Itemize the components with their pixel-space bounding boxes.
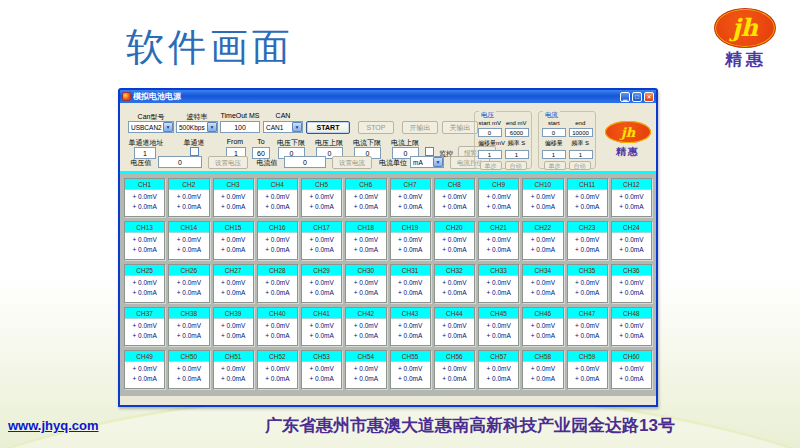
can-channel-select[interactable]: CAN1 ▼	[263, 121, 303, 133]
window-titlebar[interactable]: 模拟电池电源 ▁ □ ✕	[120, 90, 656, 103]
channel-cell[interactable]: CH33+ 0.0mV+ 0.0mA	[478, 264, 519, 303]
channel-cell[interactable]: CH23+ 0.0mV+ 0.0mA	[567, 221, 608, 260]
channel-cell[interactable]: CH50+ 0.0mV+ 0.0mA	[168, 350, 209, 389]
current-auto-button[interactable]: 自动	[569, 161, 591, 170]
dropdown-icon[interactable]: ▼	[163, 122, 173, 132]
channel-cell[interactable]: CH59+ 0.0mV+ 0.0mA	[567, 350, 608, 389]
channel-cell[interactable]: CH6+ 0.0mV+ 0.0mA	[345, 178, 386, 217]
close-output-button[interactable]: 关输出	[442, 121, 478, 134]
channel-cell[interactable]: CH56+ 0.0mV+ 0.0mA	[434, 350, 475, 389]
channel-cell[interactable]: CH26+ 0.0mV+ 0.0mA	[168, 264, 209, 303]
channel-cell[interactable]: CH57+ 0.0mV+ 0.0mA	[478, 350, 519, 389]
current-start-input[interactable]	[542, 128, 566, 137]
current-group-title: 电流	[543, 111, 560, 120]
channel-cell[interactable]: CH15+ 0.0mV+ 0.0mA	[213, 221, 254, 260]
channel-cell[interactable]: CH54+ 0.0mV+ 0.0mA	[345, 350, 386, 389]
current-freq-input[interactable]	[569, 150, 593, 159]
channel-cell[interactable]: CH5+ 0.0mV+ 0.0mA	[301, 178, 342, 217]
channel-cell[interactable]: CH42+ 0.0mV+ 0.0mA	[345, 307, 386, 346]
channel-cell[interactable]: CH20+ 0.0mV+ 0.0mA	[434, 221, 475, 260]
channel-cell[interactable]: CH24+ 0.0mV+ 0.0mA	[611, 221, 652, 260]
channel-cell[interactable]: CH44+ 0.0mV+ 0.0mA	[434, 307, 475, 346]
channel-cell[interactable]: CH7+ 0.0mV+ 0.0mA	[390, 178, 431, 217]
channel-cell[interactable]: CH14+ 0.0mV+ 0.0mA	[168, 221, 209, 260]
channel-values: + 0.0mV+ 0.0mA	[523, 190, 562, 212]
channel-cell[interactable]: CH29+ 0.0mV+ 0.0mA	[301, 264, 342, 303]
current-end-input[interactable]	[569, 128, 593, 137]
voltage-value-input[interactable]	[158, 156, 202, 168]
channel-cell[interactable]: CH48+ 0.0mV+ 0.0mA	[611, 307, 652, 346]
channel-voltage: + 0.0mV	[612, 321, 651, 331]
stop-button[interactable]: STOP	[358, 121, 394, 134]
channel-cell[interactable]: CH52+ 0.0mV+ 0.0mA	[257, 350, 298, 389]
channel-values: + 0.0mV+ 0.0mA	[302, 233, 341, 255]
channel-cell[interactable]: CH43+ 0.0mV+ 0.0mA	[390, 307, 431, 346]
channel-cell[interactable]: CH4+ 0.0mV+ 0.0mA	[257, 178, 298, 217]
voltage-step-button[interactable]: 单步	[480, 161, 502, 170]
dropdown-icon[interactable]: ▼	[207, 122, 217, 132]
channel-cell[interactable]: CH13+ 0.0mV+ 0.0mA	[124, 221, 165, 260]
channel-cell[interactable]: CH30+ 0.0mV+ 0.0mA	[345, 264, 386, 303]
close-icon[interactable]: ✕	[644, 92, 654, 102]
channel-cell[interactable]: CH32+ 0.0mV+ 0.0mA	[434, 264, 475, 303]
current-offset-input[interactable]	[542, 150, 566, 159]
channel-cell[interactable]: CH47+ 0.0mV+ 0.0mA	[567, 307, 608, 346]
channel-cell[interactable]: CH8+ 0.0mV+ 0.0mA	[434, 178, 475, 217]
channel-cell[interactable]: CH22+ 0.0mV+ 0.0mA	[522, 221, 563, 260]
channel-cell[interactable]: CH18+ 0.0mV+ 0.0mA	[345, 221, 386, 260]
channel-cell[interactable]: CH39+ 0.0mV+ 0.0mA	[213, 307, 254, 346]
channel-cell[interactable]: CH34+ 0.0mV+ 0.0mA	[522, 264, 563, 303]
baud-select[interactable]: 500Kbps ▼	[176, 121, 218, 133]
dropdown-icon[interactable]: ▼	[433, 157, 443, 167]
footer-url-link[interactable]: www.jhyq.com	[8, 418, 99, 433]
channel-cell[interactable]: CH31+ 0.0mV+ 0.0mA	[390, 264, 431, 303]
channel-cell[interactable]: CH38+ 0.0mV+ 0.0mA	[168, 307, 209, 346]
channel-cell[interactable]: CH19+ 0.0mV+ 0.0mA	[390, 221, 431, 260]
voltage-end-input[interactable]	[505, 128, 529, 137]
channel-cell[interactable]: CH17+ 0.0mV+ 0.0mA	[301, 221, 342, 260]
single-channel-checkbox[interactable]	[190, 147, 199, 156]
channel-cell[interactable]: CH25+ 0.0mV+ 0.0mA	[124, 264, 165, 303]
can-model-select[interactable]: USBCAN2 ▼	[128, 121, 174, 133]
open-output-button[interactable]: 开输出	[402, 121, 438, 134]
channel-cell[interactable]: CH10+ 0.0mV+ 0.0mA	[522, 178, 563, 217]
start-button[interactable]: START	[306, 121, 350, 134]
set-current-button[interactable]: 设置电流	[332, 156, 372, 169]
monitor-checkbox[interactable]	[425, 147, 434, 156]
minimize-icon[interactable]: ▁	[620, 92, 630, 102]
channel-cell[interactable]: CH21+ 0.0mV+ 0.0mA	[478, 221, 519, 260]
channel-cell[interactable]: CH3+ 0.0mV+ 0.0mA	[213, 178, 254, 217]
channel-cell[interactable]: CH40+ 0.0mV+ 0.0mA	[257, 307, 298, 346]
current-unit-select[interactable]: mA ▼	[410, 156, 444, 168]
current-step-button[interactable]: 单步	[544, 161, 566, 170]
channel-cell[interactable]: CH37+ 0.0mV+ 0.0mA	[124, 307, 165, 346]
channel-cell[interactable]: CH2+ 0.0mV+ 0.0mA	[168, 178, 209, 217]
channel-cell[interactable]: CH16+ 0.0mV+ 0.0mA	[257, 221, 298, 260]
voltage-auto-button[interactable]: 自动	[505, 161, 527, 170]
channel-cell[interactable]: CH35+ 0.0mV+ 0.0mA	[567, 264, 608, 303]
channel-cell[interactable]: CH11+ 0.0mV+ 0.0mA	[567, 178, 608, 217]
channel-cell[interactable]: CH46+ 0.0mV+ 0.0mA	[522, 307, 563, 346]
voltage-offset-input[interactable]	[478, 150, 502, 159]
set-voltage-button[interactable]: 设置电压	[208, 156, 248, 169]
channel-cell[interactable]: CH51+ 0.0mV+ 0.0mA	[213, 350, 254, 389]
channel-cell[interactable]: CH28+ 0.0mV+ 0.0mA	[257, 264, 298, 303]
channel-cell[interactable]: CH45+ 0.0mV+ 0.0mA	[478, 307, 519, 346]
current-value-input[interactable]	[284, 156, 326, 168]
channel-cell[interactable]: CH1+ 0.0mV+ 0.0mA	[124, 178, 165, 217]
channel-cell[interactable]: CH58+ 0.0mV+ 0.0mA	[522, 350, 563, 389]
channel-cell[interactable]: CH53+ 0.0mV+ 0.0mA	[301, 350, 342, 389]
maximize-icon[interactable]: □	[632, 92, 642, 102]
dropdown-icon[interactable]: ▼	[292, 122, 302, 132]
channel-cell[interactable]: CH60+ 0.0mV+ 0.0mA	[611, 350, 652, 389]
timeout-input[interactable]	[220, 121, 260, 133]
voltage-freq-input[interactable]	[505, 150, 529, 159]
channel-cell[interactable]: CH49+ 0.0mV+ 0.0mA	[124, 350, 165, 389]
channel-cell[interactable]: CH12+ 0.0mV+ 0.0mA	[611, 178, 652, 217]
channel-cell[interactable]: CH27+ 0.0mV+ 0.0mA	[213, 264, 254, 303]
channel-cell[interactable]: CH55+ 0.0mV+ 0.0mA	[390, 350, 431, 389]
channel-cell[interactable]: CH41+ 0.0mV+ 0.0mA	[301, 307, 342, 346]
voltage-start-input[interactable]	[478, 128, 502, 137]
channel-cell[interactable]: CH36+ 0.0mV+ 0.0mA	[611, 264, 652, 303]
channel-cell[interactable]: CH9+ 0.0mV+ 0.0mA	[478, 178, 519, 217]
